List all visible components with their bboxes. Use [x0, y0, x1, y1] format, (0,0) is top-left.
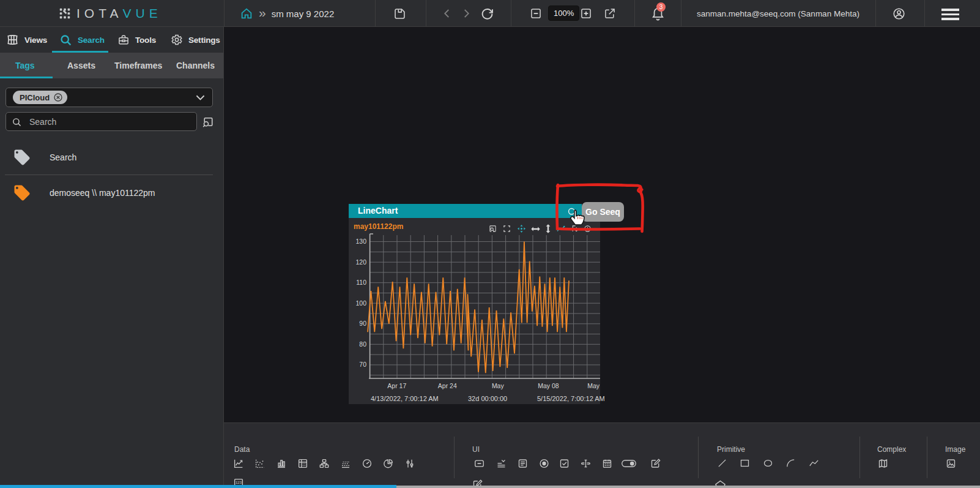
svg-text:Apr 24: Apr 24: [438, 382, 457, 389]
svg-text:100: 100: [355, 299, 366, 307]
svg-text:120: 120: [355, 258, 366, 266]
svg-text:May: May: [587, 382, 600, 389]
svg-text:90: 90: [359, 320, 366, 327]
svg-text:80: 80: [359, 340, 366, 348]
svg-text:130: 130: [355, 238, 366, 245]
svg-text:70: 70: [359, 361, 366, 368]
svg-text:May 08: May 08: [538, 382, 559, 389]
svg-text:Apr 17: Apr 17: [387, 382, 406, 389]
svg-text:May: May: [492, 382, 505, 389]
svg-text:110: 110: [356, 279, 366, 286]
svg-text:123: 123: [236, 481, 242, 484]
